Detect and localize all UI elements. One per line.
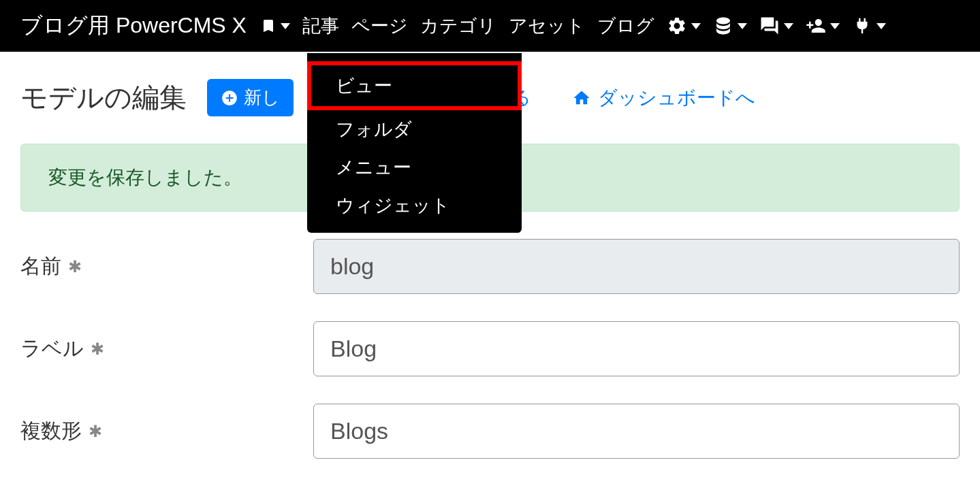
caret-down-icon (691, 23, 701, 29)
database-dropdown[interactable] (713, 16, 747, 36)
navbar-brand[interactable]: ブログ用 PowerCMS X (20, 11, 247, 41)
caret-down-icon (830, 23, 840, 29)
settings-dropdown[interactable] (667, 16, 701, 36)
required-mark: ✱ (91, 340, 104, 359)
home-icon (572, 88, 591, 108)
plural-input[interactable] (313, 404, 960, 459)
dropdown-item-view[interactable]: ビュー (307, 61, 522, 110)
plural-label: 複数形 ✱ (20, 417, 313, 445)
form-row-label: ラベル ✱ (20, 321, 960, 376)
user-plus-icon (806, 16, 826, 36)
nav-blog[interactable]: ブログ (597, 14, 654, 38)
plus-circle-icon (221, 89, 238, 107)
bookmark-icon (260, 18, 276, 34)
form-row-name: 名前 ✱ (20, 239, 960, 294)
new-button[interactable]: 新し (207, 79, 294, 116)
dropdown-item-menu[interactable]: メニュー (307, 148, 522, 186)
required-mark: ✱ (68, 257, 82, 276)
nav-article[interactable]: 記事 (302, 14, 339, 38)
plug-icon (852, 16, 872, 36)
required-mark: ✱ (89, 422, 102, 441)
navbar-items: 記事 ページ カテゴリ アセット ブログ (260, 14, 960, 38)
name-input[interactable] (313, 239, 960, 294)
caret-down-icon (784, 23, 793, 29)
new-button-label: 新し (244, 86, 280, 110)
navbar: ブログ用 PowerCMS X 記事 ページ カテゴリ アセット ブログ (0, 0, 980, 52)
form-row-plural: 複数形 ✱ (20, 404, 960, 459)
label-label: ラベル ✱ (20, 335, 313, 363)
plugin-dropdown[interactable] (852, 16, 886, 36)
gear-icon (667, 16, 687, 36)
plural-label-text: 複数形 (20, 417, 82, 445)
dropdown-menu: ビュー フォルダ メニュー ウィジェット (307, 53, 522, 233)
caret-down-icon (876, 23, 886, 29)
page-title: モデルの編集 (20, 79, 187, 116)
database-icon (713, 16, 733, 36)
nav-asset[interactable]: アセット (509, 14, 585, 38)
name-label-text: 名前 (20, 253, 61, 280)
dashboard-link[interactable]: ダッシュボードへ (572, 85, 755, 111)
comments-icon (759, 16, 780, 36)
bookmark-dropdown[interactable] (260, 18, 290, 34)
user-add-dropdown[interactable] (806, 16, 840, 36)
alert-success-text: 変更を保存しました。 (48, 167, 242, 188)
nav-page[interactable]: ページ (351, 14, 408, 38)
nav-category[interactable]: カテゴリ (420, 14, 496, 38)
comments-dropdown[interactable] (759, 16, 793, 36)
caret-down-icon (281, 23, 290, 29)
dashboard-link-label: ダッシュボードへ (598, 85, 755, 111)
dropdown-item-folder[interactable]: フォルダ (307, 110, 522, 148)
name-label: 名前 ✱ (20, 253, 313, 280)
label-input[interactable] (313, 321, 960, 376)
dropdown-item-widget[interactable]: ウィジェット (307, 186, 522, 225)
caret-down-icon (738, 23, 747, 29)
label-label-text: ラベル (20, 335, 84, 363)
